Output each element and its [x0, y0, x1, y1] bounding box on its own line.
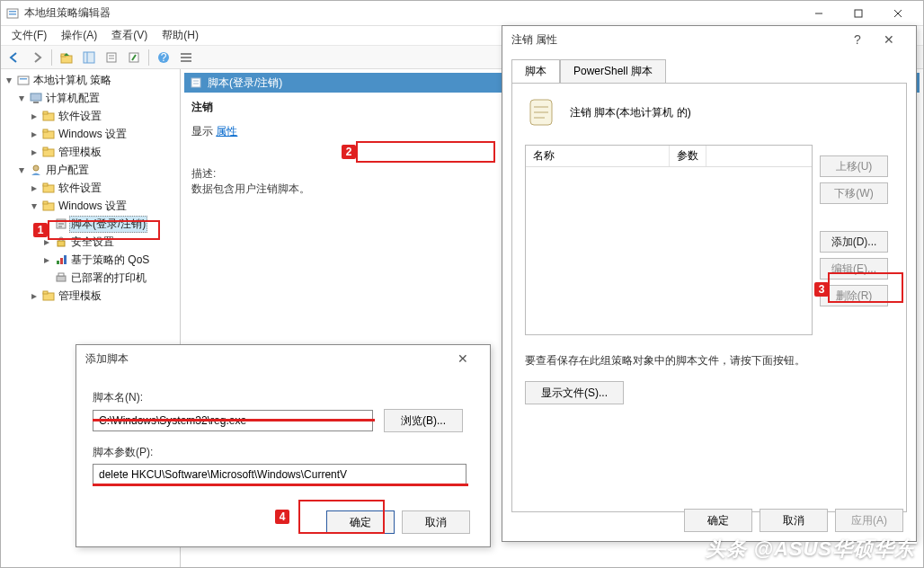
folder-icon: [40, 146, 57, 158]
menu-action[interactable]: 操作(A): [54, 26, 104, 45]
tree-label-selected: 脚本(登录/注销): [69, 216, 147, 233]
tree-label: Windows 设置: [57, 198, 129, 215]
details-view-button[interactable]: [176, 48, 196, 67]
tree-software-settings[interactable]: ▸ 软件设置: [1, 107, 180, 125]
menu-file[interactable]: 文件(F): [4, 26, 54, 45]
properties-button[interactable]: [102, 48, 121, 67]
tree-label: 管理模板: [57, 288, 103, 305]
tab-powershell[interactable]: PowerShell 脚本: [560, 59, 666, 84]
expand-icon[interactable]: ▸: [28, 110, 40, 122]
expand-icon[interactable]: ▸: [28, 128, 40, 140]
add-button[interactable]: 添加(D)...: [820, 231, 888, 253]
annotation-marker-2: 2: [342, 145, 356, 159]
show-hide-button[interactable]: [79, 48, 99, 67]
tree-computer-config[interactable]: ▾ 计算机配置: [1, 89, 180, 107]
props-header-text: 注销 脚本(本地计算机 的): [570, 105, 691, 120]
toolbar-separator: [51, 49, 52, 66]
help-button[interactable]: ?: [154, 48, 173, 67]
col-name[interactable]: 名称: [526, 146, 670, 166]
expand-icon[interactable]: ▸: [28, 289, 40, 302]
dialog-titlebar[interactable]: 注销 属性 ? ✕: [502, 26, 916, 53]
svg-rect-29: [43, 147, 48, 150]
close-button[interactable]: [878, 2, 918, 25]
dialog-help-button[interactable]: ?: [844, 32, 871, 47]
svg-rect-11: [107, 53, 116, 62]
col-param[interactable]: 参数: [670, 146, 706, 166]
tree-label: 基于策略的 QoS: [69, 252, 151, 269]
svg-rect-37: [57, 261, 59, 264]
expand-icon[interactable]: ▸: [28, 146, 40, 158]
menu-help[interactable]: 帮助(H): [155, 26, 206, 45]
svg-rect-32: [43, 183, 48, 186]
dialog-buttons: 确定 取消 应用(A): [684, 509, 903, 532]
tree-scripts-logon[interactable]: 脚本(登录/注销): [1, 215, 180, 233]
back-button[interactable]: [4, 48, 24, 67]
dialog-title: 注销 属性: [511, 32, 557, 48]
tree-user-config[interactable]: ▾ 用户配置: [1, 161, 180, 179]
ok-button[interactable]: 确定: [684, 509, 752, 532]
script-name-label: 脚本名(N):: [93, 390, 474, 405]
menu-view[interactable]: 查看(V): [104, 26, 155, 45]
forward-button[interactable]: [27, 48, 47, 67]
remove-button[interactable]: 删除(R): [820, 285, 888, 306]
expand-icon[interactable]: ▾: [28, 200, 40, 212]
annotation-marker-3: 3: [814, 282, 829, 297]
detail-header-text: 脚本(登录/注销): [208, 75, 282, 91]
tree-security-settings[interactable]: ▸ 安全设置: [1, 233, 180, 251]
expand-icon[interactable]: ▸: [40, 235, 53, 248]
properties-dialog: 注销 属性 ? ✕ 脚本 PowerShell 脚本 注销 脚本(本地计算机 的…: [502, 25, 917, 542]
tree-admin-templates-2[interactable]: ▸ 管理模板: [1, 287, 180, 305]
tree-admin-templates[interactable]: ▸ 管理模板: [1, 143, 180, 161]
expand-icon[interactable]: ▾: [15, 92, 28, 104]
computer-icon: [28, 92, 44, 104]
folder-icon: [40, 289, 57, 302]
cancel-button[interactable]: 取消: [760, 509, 828, 532]
scripts-listview[interactable]: 名称 参数: [525, 145, 813, 335]
dialog-close-button[interactable]: ✕: [871, 32, 907, 47]
edit-button[interactable]: 编辑(E)...: [820, 258, 888, 280]
expand-icon[interactable]: ▾: [3, 74, 15, 86]
svg-rect-40: [57, 276, 66, 281]
tab-script[interactable]: 脚本: [511, 59, 560, 84]
dialog-close-button[interactable]: ✕: [445, 351, 481, 366]
tree-qos[interactable]: ▸ 基于策略的 QoS: [1, 251, 180, 269]
move-up-button[interactable]: 上移(U): [820, 155, 888, 177]
user-icon: [28, 164, 44, 176]
tree-windows-settings[interactable]: ▸ Windows 设置: [1, 125, 180, 143]
minimize-button[interactable]: [799, 2, 839, 25]
svg-rect-25: [43, 111, 48, 114]
properties-link[interactable]: 属性: [216, 125, 237, 138]
expand-icon[interactable]: ▾: [15, 164, 28, 176]
app-icon: [6, 7, 19, 20]
window-title: 本地组策略编辑器: [24, 5, 799, 21]
up-button[interactable]: [57, 48, 76, 67]
annotation-underline: [93, 419, 375, 422]
script-icon: [53, 217, 69, 230]
script-param-input[interactable]: [93, 464, 466, 485]
svg-rect-18: [181, 57, 191, 58]
ok-button[interactable]: 确定: [326, 510, 395, 534]
expand-icon[interactable]: ▸: [40, 253, 53, 266]
move-down-button[interactable]: 下移(W): [820, 182, 888, 204]
folder-icon: [40, 128, 57, 140]
svg-rect-41: [58, 273, 64, 276]
export-button[interactable]: [124, 48, 144, 67]
tree-label: 已部署的打印机: [69, 270, 148, 287]
scroll-icon: [525, 96, 557, 129]
apply-button[interactable]: 应用(A): [835, 509, 903, 532]
svg-rect-36: [58, 241, 65, 246]
tree-root[interactable]: ▾ 本地计算机 策略: [1, 71, 180, 89]
expand-icon[interactable]: ▸: [28, 182, 40, 194]
folder-icon: [40, 200, 57, 212]
show-files-button[interactable]: 显示文件(S)...: [525, 381, 624, 404]
tree-software-settings-2[interactable]: ▸ 软件设置: [1, 179, 180, 197]
tree-windows-settings-2[interactable]: ▾ Windows 设置: [1, 197, 180, 215]
svg-text:?: ?: [161, 51, 167, 64]
tree-printers[interactable]: 已部署的打印机: [1, 269, 180, 287]
browse-button[interactable]: 浏览(B)...: [384, 409, 463, 432]
maximize-button[interactable]: [839, 2, 878, 25]
dialog-titlebar[interactable]: 添加脚本 ✕: [76, 345, 490, 372]
watermark: 头条 @ASUS华硕华东: [706, 536, 915, 563]
cancel-button[interactable]: 取消: [402, 510, 470, 534]
svg-rect-9: [84, 52, 94, 63]
